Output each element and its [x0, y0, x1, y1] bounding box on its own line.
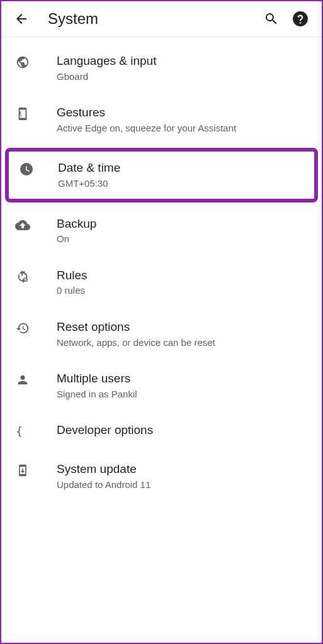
item-title: Reset options: [57, 319, 308, 335]
svg-text:{ }: { }: [16, 425, 30, 438]
system-update-icon: [15, 463, 30, 478]
svg-point-4: [25, 279, 26, 280]
item-subtitle: Signed in as Pankil: [57, 388, 308, 401]
item-backup[interactable]: Backup On: [1, 205, 322, 257]
item-subtitle: Gboard: [57, 70, 308, 83]
item-text: Multiple users Signed in as Pankil: [57, 371, 308, 400]
item-multiple-users[interactable]: Multiple users Signed in as Pankil: [1, 360, 322, 411]
item-title: Backup: [57, 216, 308, 232]
item-title: Gestures: [57, 105, 308, 121]
item-text: Rules 0 rules: [57, 268, 308, 297]
item-subtitle: GMT+05:30: [58, 177, 304, 190]
back-icon[interactable]: [14, 11, 29, 26]
settings-list: Languages & input Gboard Gestures Active…: [1, 37, 322, 502]
item-reset-options[interactable]: Reset options Network, apps, or device c…: [1, 308, 322, 360]
globe-icon: [15, 55, 30, 70]
item-system-update[interactable]: System update Updated to Android 11: [1, 450, 322, 502]
item-subtitle: Updated to Android 11: [57, 479, 308, 491]
header: System: [1, 1, 322, 37]
item-text: Backup On: [57, 216, 308, 245]
item-title: System update: [57, 462, 308, 477]
help-icon[interactable]: [292, 10, 309, 28]
item-date-time[interactable]: Date & time GMT+05:30: [9, 152, 314, 198]
item-title: Date & time: [58, 160, 304, 176]
item-title: Developer options: [57, 423, 308, 438]
item-subtitle: Active Edge on, squeeze for your Assista…: [57, 122, 308, 135]
rules-icon: [15, 269, 30, 284]
item-text: Date & time GMT+05:30: [58, 160, 304, 189]
page-title: System: [48, 10, 251, 28]
item-title: Rules: [57, 268, 308, 284]
person-icon: [15, 372, 30, 387]
item-text: Gestures Active Edge on, squeeze for you…: [57, 105, 308, 134]
reset-icon: [15, 321, 30, 336]
item-subtitle: On: [57, 233, 308, 245]
item-gestures[interactable]: Gestures Active Edge on, squeeze for you…: [1, 94, 322, 145]
item-rules[interactable]: Rules 0 rules: [1, 257, 322, 308]
item-developer-options[interactable]: { } Developer options: [1, 411, 322, 450]
item-languages-input[interactable]: Languages & input Gboard: [1, 42, 322, 94]
braces-icon: { }: [15, 424, 30, 439]
item-text: System update Updated to Android 11: [57, 462, 308, 491]
item-subtitle: Network, apps, or device can be reset: [57, 336, 308, 349]
item-title: Languages & input: [57, 53, 308, 69]
svg-point-0: [293, 11, 308, 26]
search-icon[interactable]: [263, 10, 280, 28]
svg-point-1: [20, 116, 21, 117]
item-text: Languages & input Gboard: [57, 53, 308, 82]
gestures-icon: [15, 106, 30, 121]
item-text: Reset options Network, apps, or device c…: [57, 319, 308, 348]
item-subtitle: 0 rules: [57, 284, 308, 297]
item-text: Developer options: [57, 423, 308, 438]
item-title: Multiple users: [57, 371, 308, 387]
highlight-box: Date & time GMT+05:30: [5, 148, 318, 202]
cloud-upload-icon: [15, 218, 30, 233]
clock-icon: [19, 162, 34, 177]
